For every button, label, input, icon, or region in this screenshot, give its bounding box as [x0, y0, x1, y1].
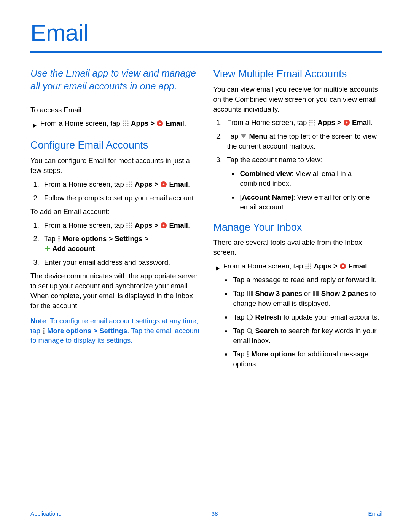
configure-steps: From a Home screen, tap Apps > Email. Fo…: [30, 179, 200, 203]
apps-grid-icon: [126, 181, 133, 188]
heading-view: View Multiple Email Accounts: [213, 67, 383, 81]
panes-2-icon: [312, 290, 319, 297]
configure-step-2: Follow the prompts to set up your email …: [41, 193, 200, 203]
panes-3-icon: [246, 290, 253, 297]
note-text: Note: To configure email account setting…: [30, 316, 200, 346]
apps-grid-icon: [122, 120, 129, 127]
sync-paragraph: The device communicates with the appropr…: [30, 271, 200, 311]
heading-configure: Configure Email Accounts: [30, 138, 200, 153]
heading-manage: Manage Your Inbox: [213, 220, 383, 235]
footer-center: 38: [212, 510, 218, 517]
email-app-icon: [343, 119, 350, 126]
add-label: To add an Email account:: [30, 207, 200, 217]
manage-b3: Tap Refresh to update your email account…: [232, 312, 383, 322]
view-step-3: Tap the account name to view: Combined v…: [224, 155, 383, 212]
apps-grid-icon: [309, 119, 315, 126]
email-app-icon: [160, 181, 167, 188]
add-step-2: Tap More options > Settings > Add accoun…: [41, 234, 200, 254]
manage-arrow-step: From a Home screen, tap Apps > Email. Ta…: [215, 261, 383, 373]
refresh-icon: [246, 314, 253, 321]
view-intro: You can view email you receive for multi…: [213, 85, 383, 114]
add-step-1: From a Home screen, tap Apps > Email.: [41, 220, 200, 230]
view-sub-combined: Combined view: View all email in a combi…: [239, 169, 383, 189]
manage-b4: Tap Search to search for key words in yo…: [232, 326, 383, 346]
access-step: From a Home screen, tap Apps > Email.: [32, 118, 200, 130]
manage-intro: There are several tools available from t…: [213, 238, 383, 257]
triangle-right-icon: [215, 263, 220, 373]
title-rule: [30, 51, 382, 53]
access-label: To access Email:: [30, 105, 200, 115]
search-icon: [246, 328, 253, 334]
view-steps: From a Home screen, tap Apps > Email. Ta…: [213, 118, 383, 212]
more-options-icon: [57, 235, 61, 242]
view-step-1: From a Home screen, tap Apps > Email.: [224, 118, 383, 128]
configure-step-1: From a Home screen, tap Apps > Email.: [41, 179, 200, 189]
view-sub-list: Combined view: View all email in a combi…: [227, 169, 383, 212]
page-title: Email: [30, 19, 382, 46]
page-footer: Applications 38 Email: [30, 510, 382, 517]
manage-b2: Tap Show 3 panes or Show 2 panes to chan…: [232, 289, 383, 308]
apps-grid-icon: [305, 263, 312, 270]
footer-left: Applications: [30, 510, 61, 517]
apps-grid-icon: [126, 222, 133, 229]
manage-b5: Tap More options for additional message …: [232, 349, 383, 369]
triangle-right-icon: [32, 120, 37, 130]
left-column: Use the Email app to view and manage all…: [30, 67, 200, 377]
email-app-icon: [339, 263, 346, 270]
add-steps: From a Home screen, tap Apps > Email. Ta…: [30, 220, 200, 268]
footer-right: Email: [368, 510, 382, 517]
plus-icon: [44, 246, 50, 252]
intro-text: Use the Email app to view and manage all…: [30, 67, 200, 93]
right-column: View Multiple Email Accounts You can vie…: [213, 67, 383, 377]
more-options-icon: [42, 328, 45, 334]
email-app-icon: [156, 120, 163, 127]
more-options-icon: [246, 351, 249, 358]
configure-intro: You can configure Email for most account…: [30, 156, 200, 176]
view-step-2: Tap Menu at the top left of the screen t…: [224, 131, 383, 151]
manage-b1: Tap a message to read and reply or forwa…: [232, 275, 383, 285]
email-app-icon: [160, 222, 167, 229]
menu-dropdown-icon: [240, 134, 247, 139]
page: Email Use the Email app to view and mana…: [0, 0, 411, 377]
add-step-3: Enter your email address and password.: [41, 257, 200, 267]
columns: Use the Email app to view and manage all…: [30, 67, 382, 377]
manage-bullets: Tap a message to read and reply or forwa…: [223, 275, 383, 369]
manage-arrow-content: From a Home screen, tap Apps > Email. Ta…: [223, 261, 383, 373]
view-sub-account: [Account Name]: View email for only one …: [239, 192, 383, 212]
access-step-text: From a Home screen, tap Apps > Email.: [40, 118, 186, 130]
